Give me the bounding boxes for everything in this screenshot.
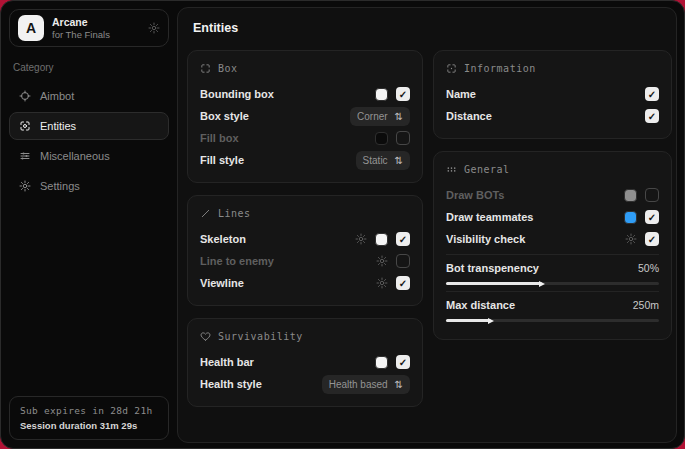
slider-thumb[interactable] — [488, 318, 494, 324]
check-icon: ✓ — [648, 89, 656, 100]
fill-style-dropdown[interactable]: Static ⇅ — [356, 151, 410, 170]
box-card-header: Box — [200, 63, 410, 74]
crosshair-icon — [19, 90, 31, 102]
lines-card: Lines Skeleton ✓ Line to enemy — [187, 195, 423, 306]
card-header-label: Lines — [218, 208, 251, 219]
card-header-label: Survivability — [218, 331, 303, 342]
general-card: General Draw BOTs Draw teammates ✓ — [433, 151, 672, 340]
gear-icon[interactable] — [625, 233, 637, 245]
setting-row-bounding-box: Bounding box ✓ — [200, 83, 410, 105]
max-distance-head: Max distance 250m — [446, 296, 659, 313]
sliders-icon — [19, 150, 31, 162]
dots-grid-icon — [446, 164, 457, 175]
sidebar-item-label: Aimbot — [40, 90, 74, 102]
setting-row-distance: Distance ✓ — [446, 105, 659, 127]
setting-row-name: Name ✓ — [446, 83, 659, 105]
gear-icon[interactable] — [376, 277, 388, 289]
setting-label: Name — [446, 88, 476, 100]
checkbox-checked[interactable]: ✓ — [645, 232, 659, 246]
gear-icon[interactable] — [148, 22, 160, 34]
slider-value: 250m — [633, 299, 659, 311]
check-icon: ✓ — [648, 234, 656, 245]
color-swatch[interactable] — [375, 132, 388, 145]
card-header-label: Box — [218, 63, 238, 74]
backdrop: { "colors": { "backdrop_css": "backgroun… — [0, 0, 685, 449]
setting-label: Distance — [446, 110, 492, 122]
survivability-card: Survivability Health bar ✓ Health style — [187, 318, 423, 407]
dropdown-value: Corner — [357, 111, 388, 122]
color-swatch[interactable] — [624, 211, 637, 224]
checkbox-unchecked[interactable] — [396, 254, 410, 268]
gear-icon[interactable] — [355, 233, 367, 245]
setting-row-draw-bots: Draw BOTs — [446, 184, 659, 206]
app-window: A Arcane for The Finals Category Aimbot … — [0, 0, 685, 449]
checkbox-checked[interactable]: ✓ — [396, 87, 410, 101]
gear-icon — [19, 180, 31, 192]
divider — [446, 254, 659, 255]
box-card: Box Bounding box ✓ Box style Corn — [187, 50, 423, 183]
right-column: Information Name ✓ Distance ✓ — [433, 50, 672, 407]
box-style-dropdown[interactable]: Corner ⇅ — [350, 107, 410, 126]
slider-fill — [446, 282, 542, 285]
check-icon: ✓ — [648, 212, 656, 223]
lines-card-header: Lines — [200, 208, 410, 219]
checkbox-checked[interactable]: ✓ — [396, 355, 410, 369]
sidebar-item-aimbot[interactable]: Aimbot — [9, 82, 169, 110]
checkbox-checked[interactable]: ✓ — [396, 276, 410, 290]
sidebar-item-entities[interactable]: Entities — [9, 112, 169, 140]
checkbox-checked[interactable]: ✓ — [645, 210, 659, 224]
sidebar-item-settings[interactable]: Settings — [9, 172, 169, 200]
information-card: Information Name ✓ Distance ✓ — [433, 50, 672, 139]
box-corners-icon — [200, 63, 211, 74]
setting-row-box-style: Box style Corner ⇅ — [200, 105, 410, 127]
sidebar-item-miscellaneous[interactable]: Miscellaneous — [9, 142, 169, 170]
chevron-updown-icon: ⇅ — [395, 155, 403, 166]
gear-icon[interactable] — [376, 255, 388, 267]
setting-row-viewline: Viewline ✓ — [200, 272, 410, 294]
card-header-label: General — [464, 164, 510, 175]
brand-text: Arcane for The Finals — [52, 16, 140, 41]
page-title: Entities — [193, 21, 672, 35]
chevron-updown-icon: ⇅ — [395, 379, 403, 390]
setting-label: Health style — [200, 378, 262, 390]
slider-fill — [446, 319, 491, 322]
bot-transparency-slider[interactable] — [446, 282, 659, 285]
diagonal-line-icon — [200, 208, 211, 219]
brand-card: A Arcane for The Finals — [9, 9, 169, 47]
sidebar: A Arcane for The Finals Category Aimbot … — [1, 1, 177, 448]
sidebar-item-label: Settings — [40, 180, 80, 192]
general-card-header: General — [446, 164, 659, 175]
check-icon: ✓ — [399, 357, 407, 368]
setting-row-skeleton: Skeleton ✓ — [200, 228, 410, 250]
color-swatch[interactable] — [375, 233, 388, 246]
check-icon: ✓ — [399, 234, 407, 245]
entities-scan-icon — [19, 120, 31, 132]
setting-label: Max distance — [446, 299, 515, 311]
setting-label: Visibility check — [446, 233, 525, 245]
color-swatch[interactable] — [375, 356, 388, 369]
max-distance-slider[interactable] — [446, 319, 659, 322]
sub-expiry-text: Sub expires in 28d 21h — [20, 405, 158, 416]
information-card-header: Information — [446, 63, 659, 74]
checkbox-checked[interactable]: ✓ — [645, 87, 659, 101]
left-column: Box Bounding box ✓ Box style Corn — [187, 50, 423, 407]
checkbox-unchecked[interactable] — [396, 131, 410, 145]
sidebar-nav: Aimbot Entities Miscellaneous Settings — [9, 82, 169, 200]
check-icon: ✓ — [648, 111, 656, 122]
checkbox-unchecked[interactable] — [645, 188, 659, 202]
setting-row-health-bar: Health bar ✓ — [200, 351, 410, 373]
health-style-dropdown[interactable]: Health based ⇅ — [322, 375, 410, 394]
color-swatch[interactable] — [375, 88, 388, 101]
setting-row-fill-box: Fill box — [200, 127, 410, 149]
slider-thumb[interactable] — [539, 281, 545, 287]
setting-row-line-to-enemy: Line to enemy — [200, 250, 410, 272]
setting-label: Line to enemy — [200, 255, 274, 267]
brand-logo: A — [18, 15, 44, 41]
sidebar-item-label: Miscellaneous — [40, 150, 110, 162]
checkbox-checked[interactable]: ✓ — [396, 232, 410, 246]
color-swatch[interactable] — [624, 189, 637, 202]
checkbox-checked[interactable]: ✓ — [645, 109, 659, 123]
setting-row-visibility-check: Visibility check ✓ — [446, 228, 659, 250]
category-label: Category — [13, 62, 165, 73]
dropdown-value: Static — [363, 155, 388, 166]
